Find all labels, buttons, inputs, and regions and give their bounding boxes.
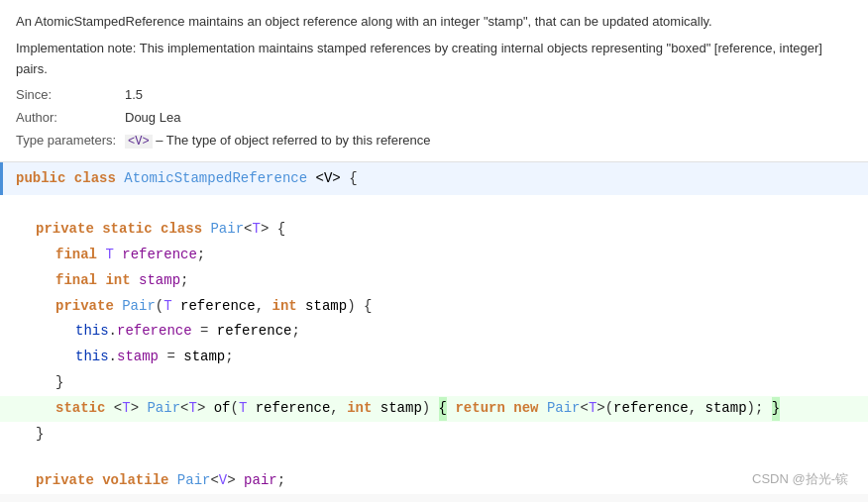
pair-type: Pair [177, 469, 211, 493]
author-row: Author: Doug Lea [16, 108, 852, 129]
kw-class-inner: class [161, 218, 202, 242]
kw-final-2: final [55, 269, 97, 293]
type-param-code: <V> [125, 135, 153, 149]
type-T-3: T [122, 397, 130, 421]
code-line-pair-field: private volatile Pair < V > pair ; [0, 468, 868, 494]
brace-highlight-open: { [439, 397, 447, 421]
field-reference: reference [122, 244, 197, 267]
class-decl-line: public class AtomicStampedReference <V> … [0, 162, 868, 195]
type-param-desc: – The type of object referred to by this… [156, 133, 430, 148]
var-reference: reference [217, 320, 292, 344]
param-stamp-2: stamp [380, 397, 422, 421]
since-row: Since: 1.5 [16, 85, 852, 106]
keyword-class: class [74, 170, 116, 186]
code-area: private static class Pair < T > { final … [0, 195, 868, 494]
keyword-public: public [16, 170, 65, 186]
class-name: AtomicStampedReference [124, 170, 307, 186]
var-stamp: stamp [183, 346, 225, 369]
type-T-1: T [252, 218, 260, 242]
type-params-content: <V> – The type of object referred to by … [125, 131, 430, 151]
param-ref-2: reference [256, 397, 331, 421]
kw-this-1: this [75, 320, 109, 344]
kw-int-3: int [347, 397, 372, 421]
watermark: CSDN @拾光-镔 [752, 470, 848, 488]
kw-this-2: this [75, 346, 109, 369]
doc-section: An AtomicStampedReference maintains an o… [0, 0, 868, 162]
kw-private-3: private [36, 469, 94, 493]
type-V: V [219, 469, 227, 493]
kw-static-2: static [55, 397, 105, 421]
empty-line-2 [0, 447, 868, 468]
kw-new: new [513, 397, 538, 421]
type-T-5: T [239, 397, 247, 421]
code-line-of-method: static < T > Pair < T > of ( T reference… [0, 396, 868, 422]
type-T-2: T [105, 244, 113, 267]
field-ref-assign: reference [117, 320, 192, 344]
class-brace: { [349, 170, 357, 186]
kw-final-1: final [55, 244, 97, 267]
inner-class-name: Pair [210, 218, 244, 242]
var-ref-3: reference [613, 397, 689, 421]
kw-int-1: int [105, 269, 130, 293]
type-T-param: T [163, 295, 171, 319]
author-value: Doug Lea [125, 108, 180, 129]
since-label: Since: [16, 85, 125, 106]
kw-private-2: private [55, 295, 114, 319]
type-params-row: Type parameters: <V> – The type of objec… [16, 131, 852, 151]
type-params-label: Type parameters: [16, 131, 125, 151]
empty-line-1 [0, 195, 868, 217]
description-2: Implementation note: This implementation… [16, 39, 852, 80]
code-line-close-inner-class: } [0, 422, 868, 448]
code-line-this-stamp: this . stamp = stamp ; [0, 345, 868, 370]
type-T-6: T [589, 397, 597, 421]
brace-highlight-close: } [772, 397, 780, 421]
kw-volatile: volatile [102, 469, 168, 493]
kw-int-2: int [271, 295, 296, 319]
type-T-4: T [188, 397, 196, 421]
method-of: of [214, 397, 231, 421]
constructor-name: Pair [122, 295, 156, 319]
code-line-pair-class: private static class Pair < T > { [0, 217, 868, 243]
field-stamp-assign: stamp [117, 346, 159, 369]
code-line-constructor: private Pair ( T reference , int stamp )… [0, 294, 868, 320]
code-line-close-constructor: } [0, 370, 868, 396]
page-container: An AtomicStampedReference maintains an o… [0, 0, 868, 502]
param-reference: reference [180, 295, 256, 319]
kw-private-1: private [36, 218, 94, 242]
field-stamp: stamp [139, 269, 180, 293]
field-pair: pair [244, 469, 277, 493]
return-type-pair: Pair [147, 397, 180, 421]
kw-return: return [455, 397, 504, 421]
code-line-this-reference: this . reference = reference ; [0, 319, 868, 345]
var-stamp-3: stamp [705, 397, 747, 421]
class-generic: <V> [316, 170, 341, 186]
since-value: 1.5 [125, 85, 143, 106]
new-pair-class: Pair [547, 397, 581, 421]
code-line-reference-field: final T reference ; [0, 243, 868, 268]
author-label: Author: [16, 108, 125, 129]
description-1: An AtomicStampedReference maintains an o… [16, 12, 852, 33]
param-stamp: stamp [305, 295, 347, 319]
code-line-stamp-field: final int stamp ; [0, 268, 868, 294]
kw-static-1: static [102, 218, 152, 242]
